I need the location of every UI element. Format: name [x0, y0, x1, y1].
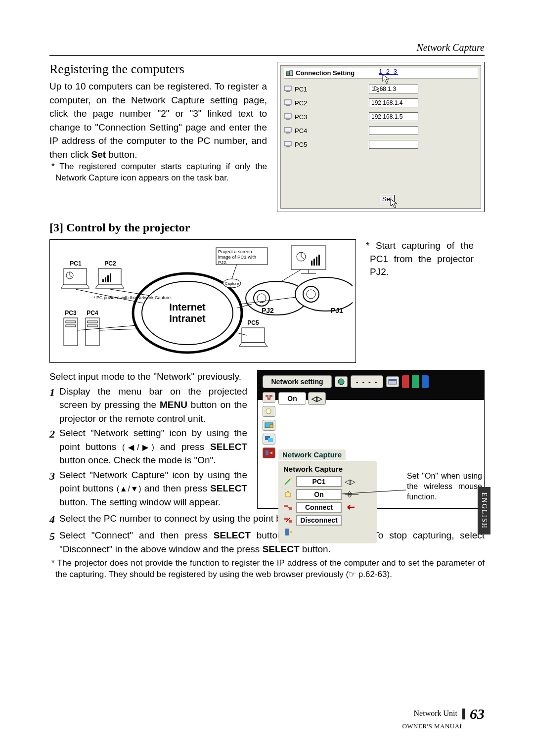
arrows-lr-icon[interactable]: ◁▷ — [308, 392, 326, 405]
svg-text:image of PC1 with: image of PC1 with — [218, 254, 256, 260]
pc-icon — [284, 141, 293, 148]
svg-text:Capture: Capture — [225, 281, 239, 286]
footer-manual: OWNER'S MANUAL — [402, 722, 464, 730]
svg-rect-75 — [269, 395, 272, 397]
svg-text:Intranet: Intranet — [169, 313, 206, 324]
section3-footnote: * The projector does not provide the fun… — [49, 558, 485, 580]
wand-icon — [283, 477, 293, 486]
on-select[interactable]: On — [296, 489, 342, 500]
ip-input-pc1[interactable]: 168.1.3 — [369, 85, 418, 93]
disconnect-icon — [283, 516, 293, 525]
svg-line-78 — [269, 397, 271, 398]
page-number: 63 — [470, 706, 485, 722]
network-diagram: Internet Intranet PC1 PC2 * PC privide — [49, 239, 356, 363]
section1-title: Registering the computers — [49, 62, 267, 77]
pc-row: PC3 192.168.1.5 — [284, 110, 478, 123]
svg-text:PJ1: PJ1 — [331, 307, 343, 314]
svg-line-84 — [285, 479, 290, 485]
svg-rect-1 — [290, 71, 293, 76]
pc-row: PC5 — [284, 138, 478, 151]
ip-value: 68.1.3 — [380, 86, 396, 92]
page-footer: Network Unit 63 OWNER'S MANUAL — [402, 706, 485, 730]
pc-icon — [284, 86, 293, 92]
svg-rect-7 — [286, 119, 290, 120]
svg-rect-23 — [107, 275, 109, 282]
svg-rect-74 — [266, 395, 268, 397]
svg-text:* PC privided with the Network: * PC privided with the Network Capture. — [93, 295, 172, 300]
header-section-label: Network Capture — [416, 42, 485, 53]
svg-rect-22 — [105, 277, 106, 282]
disconnect-button[interactable]: Disconnect — [296, 515, 342, 526]
hand-icon — [283, 490, 293, 499]
ip-input-pc2[interactable]: 192.168.1.4 — [369, 98, 418, 107]
svg-rect-2 — [284, 86, 291, 90]
section1-note: * The registered computer starts capturi… — [49, 161, 267, 184]
menu-title: Network setting — [263, 375, 332, 388]
callout-text: Set "On" when using the wireless mouse f… — [405, 469, 484, 504]
display-icon[interactable] — [263, 420, 275, 431]
svg-rect-65 — [318, 255, 320, 266]
section3-intro: Select input mode to the "Network" previ… — [49, 370, 247, 384]
card-icon — [386, 376, 399, 387]
svg-text:PJ2: PJ2 — [262, 307, 274, 314]
ip-input-pc4[interactable] — [369, 126, 418, 135]
svg-line-89 — [288, 506, 289, 508]
arrows-ud-icon[interactable] — [345, 490, 358, 498]
arrows-lr-icon[interactable]: ◁▷ — [345, 478, 356, 486]
on-value: On — [278, 392, 306, 405]
svg-point-44 — [254, 290, 269, 306]
step-5: 5Select "Connect" and then press SELECT … — [49, 529, 485, 556]
svg-point-47 — [303, 286, 319, 302]
svg-rect-88 — [289, 507, 292, 510]
connect-button[interactable]: Connect — [296, 502, 342, 513]
svg-rect-82 — [268, 438, 273, 442]
pc-label: PC3 — [295, 113, 369, 121]
dashes-display: - - - - — [351, 375, 383, 388]
svg-text:PC5: PC5 — [247, 319, 259, 326]
pc1-select[interactable]: PC1 — [296, 476, 342, 487]
network-capture-tab[interactable]: Network Capture — [278, 449, 346, 460]
nc-title: Network Capture — [283, 465, 372, 473]
cursor-icon-pages — [381, 74, 393, 86]
mouse-icon[interactable] — [263, 406, 275, 417]
svg-rect-90 — [284, 518, 288, 520]
svg-rect-3 — [286, 91, 290, 92]
svg-text:PC4: PC4 — [87, 310, 98, 316]
arrow-left-icon — [345, 504, 356, 511]
section2-title: [3] Control by the projector — [49, 221, 485, 234]
pc-label: PC4 — [295, 127, 369, 134]
ip-input-pc3[interactable]: 192.168.1.5 — [369, 112, 418, 121]
svg-text:PC3: PC3 — [65, 310, 77, 316]
svg-line-39 — [99, 329, 139, 330]
svg-rect-63 — [313, 259, 315, 266]
language-tab: ENGLISH — [478, 487, 490, 534]
svg-rect-76 — [267, 398, 270, 400]
svg-rect-9 — [286, 133, 290, 133]
ip-input-pc5[interactable] — [369, 140, 418, 149]
footer-divider — [462, 709, 465, 719]
step-3: 3Select "Network Capture" icon by using … — [49, 468, 247, 509]
svg-rect-83 — [266, 450, 268, 455]
connection-title: Connection Setting — [296, 69, 355, 77]
svg-rect-80 — [270, 425, 273, 428]
svg-rect-0 — [286, 72, 289, 76]
svg-rect-24 — [110, 273, 111, 282]
pc-row: PC2 192.168.1.4 — [284, 96, 478, 109]
step-2: 2Select "Network setting" icon by using … — [49, 426, 247, 467]
svg-rect-87 — [284, 505, 288, 507]
svg-text:Project a screen: Project a screen — [218, 249, 252, 254]
red-tab-icon — [402, 375, 409, 388]
pc-icon — [284, 99, 293, 106]
svg-line-77 — [267, 397, 269, 398]
svg-text:PJ2.: PJ2. — [218, 260, 227, 265]
header-rule — [49, 55, 485, 56]
network-icon[interactable] — [263, 392, 275, 403]
projector-menu-panel: Network setting - - - - On — [257, 370, 485, 509]
screens-icon[interactable] — [263, 434, 275, 445]
section1-body: Up to 10 computers can be registered. To… — [49, 80, 267, 161]
svg-rect-56 — [291, 246, 326, 269]
exit-icon — [283, 528, 293, 536]
capture-icon[interactable] — [263, 447, 275, 458]
diagram-side-note: * Start capturing of the PC1 from the pr… — [365, 239, 474, 363]
svg-rect-8 — [284, 128, 291, 132]
